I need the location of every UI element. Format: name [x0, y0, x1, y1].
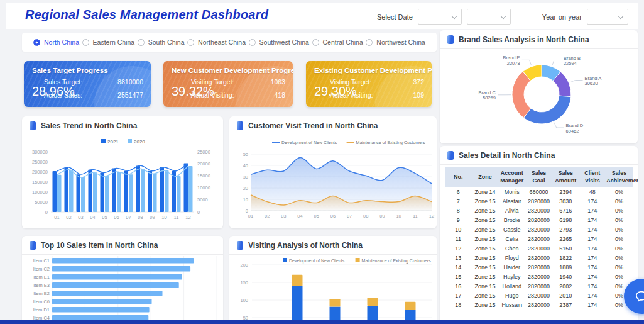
region-tab-label: Central China — [323, 38, 363, 46]
chevron-down-icon — [452, 14, 457, 19]
date-select-end[interactable] — [467, 9, 511, 25]
region-tab-label: Southwest China — [259, 38, 309, 46]
table-cell: 2820000 — [525, 206, 552, 215]
table-cell: Brodie — [498, 215, 525, 225]
svg-text:06: 06 — [330, 213, 336, 219]
visiting-analysis-chart: 20015010050Development of New ClientsMai… — [229, 255, 437, 324]
region-tab-north-china[interactable]: North China — [33, 38, 79, 46]
year-on-year-select[interactable] — [587, 9, 628, 25]
svg-text:Item E3: Item E3 — [33, 282, 50, 288]
region-tab-label: North China — [44, 38, 79, 46]
table-cell: Cassie — [498, 225, 525, 234]
region-tab-south-china[interactable]: South China — [138, 38, 185, 46]
table-body: 6Zone 14Monis6800002394480%7Zone 15Alast… — [445, 187, 633, 310]
table-cell: Holland — [498, 281, 525, 291]
table-cell: 174 — [579, 253, 606, 262]
table-cell: 13 — [445, 253, 472, 262]
visit-trend-chart: 01020304050010203040506070809101112Devel… — [229, 135, 437, 228]
radio-icon — [138, 39, 145, 46]
table-cell: 174 — [579, 206, 606, 215]
svg-text:150: 150 — [240, 280, 248, 286]
table-cell: 2002 — [552, 281, 579, 291]
table-row: 16Zone 15Holland282000020021740% — [445, 281, 633, 291]
brand-analysis-panel: Brand Sales Analysis in North China Bran… — [440, 30, 638, 143]
table-cell: 48 — [579, 187, 606, 196]
svg-text:Maintenance of Existing Custom: Maintenance of Existing Customers — [362, 259, 432, 264]
date-select-start[interactable] — [418, 9, 462, 25]
radio-icon — [366, 39, 373, 46]
header-bar: Regional Sales Management Dashboard Sele… — [6, 3, 638, 29]
region-tab-central-china[interactable]: Central China — [312, 38, 363, 46]
svg-text:50000: 50000 — [35, 199, 48, 205]
chevron-down-icon — [618, 14, 623, 19]
kpi-title: New Customer Development Progress — [172, 67, 293, 74]
table-cell: 0% — [606, 253, 633, 262]
svg-text:20: 20 — [243, 186, 248, 191]
table-cell: 0% — [606, 243, 633, 253]
svg-text:05: 05 — [314, 213, 319, 219]
svg-text:11: 11 — [413, 213, 418, 219]
svg-text:250000: 250000 — [32, 159, 48, 165]
table-cell: 6716 — [552, 206, 579, 215]
radio-icon — [312, 39, 319, 46]
table-cell: 174 — [579, 234, 606, 243]
table-cell: 2265 — [552, 234, 579, 243]
visiting-analysis-panel: Visiting Analysis of North China 2001501… — [229, 236, 437, 324]
table-cell: Zone 15 — [472, 300, 499, 310]
kpi-row-value: 418 — [274, 91, 285, 99]
panel-title-icon — [30, 121, 36, 130]
table-cell: Zone 15 — [472, 272, 499, 281]
table-cell: 0% — [606, 196, 633, 206]
svg-text:03: 03 — [281, 213, 286, 219]
header-controls: Select Date Year-on-year — [377, 9, 628, 25]
table-cell: 2820000 — [525, 272, 552, 281]
column-header: Account Manager — [498, 167, 525, 187]
table-cell: 174 — [579, 262, 606, 272]
table-cell: 174 — [579, 291, 606, 300]
table-row: 13Zone 15Floyd282000018221740% — [445, 253, 633, 262]
svg-text:50: 50 — [243, 152, 248, 157]
table-row: 17Zone 15Hugo282000020101740% — [445, 291, 633, 300]
table-header-row: No.ZoneAccount ManagerSales GoalSales Am… — [445, 167, 633, 187]
kpi-title: Sales Target Progress — [32, 67, 151, 74]
column-header: No. — [445, 167, 472, 187]
table-cell: 11 — [445, 234, 472, 243]
region-tab-northeast-china[interactable]: Northeast China — [187, 38, 246, 46]
svg-text:01: 01 — [248, 213, 253, 219]
svg-text:300000: 300000 — [32, 149, 48, 155]
panel-title: Sales Detail in North China — [459, 151, 555, 160]
svg-text:100000: 100000 — [32, 189, 48, 195]
panel-title: Customer Visit Trend in North China — [248, 121, 378, 130]
table-cell: 0% — [606, 225, 633, 234]
kpi-card-new-customer: New Customer Development Progress Visiti… — [163, 61, 293, 107]
table-cell: 14 — [445, 262, 472, 272]
panel-title-icon — [30, 241, 36, 250]
table-cell: Celia — [498, 234, 525, 243]
region-tab-northwest-china[interactable]: Northwest China — [366, 38, 425, 46]
table-cell: 2820000 — [525, 291, 552, 300]
table-cell: 3030 — [552, 196, 579, 206]
radio-icon — [187, 39, 194, 46]
table-cell: 1889 — [552, 262, 579, 272]
table-cell: 174 — [579, 225, 606, 234]
select-date-label: Select Date — [377, 13, 413, 21]
svg-text:2021: 2021 — [107, 139, 119, 145]
table-cell: Alastair — [498, 196, 525, 206]
year-on-year-label: Year-on-year — [542, 13, 582, 21]
svg-text:Item C6: Item C6 — [33, 299, 50, 304]
table-cell: 1822 — [552, 253, 579, 262]
panel-title-icon — [237, 121, 243, 130]
svg-text:10: 10 — [243, 197, 248, 203]
table-cell: 0% — [606, 272, 633, 281]
table-cell: 2010 — [552, 291, 579, 300]
svg-text:Brand B22594: Brand B22594 — [564, 55, 581, 67]
table-cell: 9 — [445, 215, 472, 225]
sales-trend-panel: Sales Trend in North China 0500001000001… — [22, 116, 223, 228]
region-tab-southwest-china[interactable]: Southwest China — [249, 38, 309, 46]
table-cell: 1940 — [552, 272, 579, 281]
svg-text:Development of New Clients: Development of New Clients — [281, 140, 337, 145]
region-tab-eastern-china[interactable]: Eastern China — [82, 38, 135, 46]
sales-detail-panel: Sales Detail in North China No.ZoneAccou… — [440, 146, 638, 324]
svg-text:04: 04 — [297, 213, 302, 219]
kpi-row-value: 1063 — [271, 78, 285, 86]
